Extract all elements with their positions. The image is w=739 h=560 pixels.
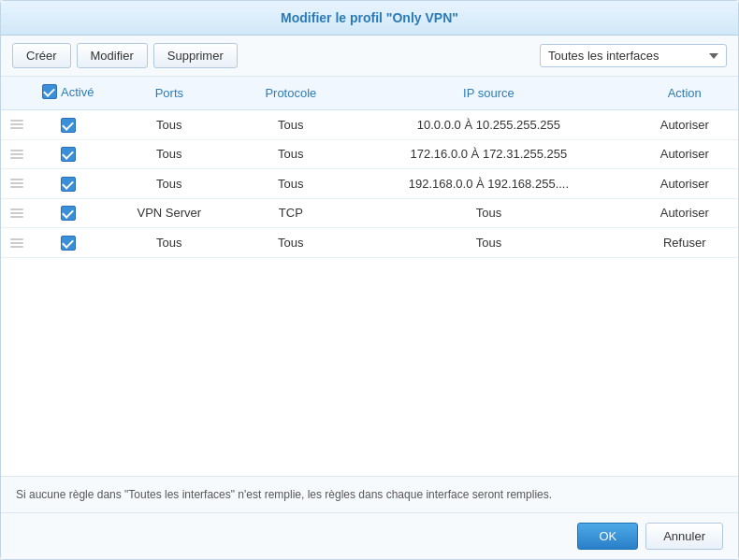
annuler-button[interactable]: Annuler — [645, 523, 723, 550]
rules-table-container: Activé Ports Protocole IP source Action … — [1, 77, 738, 476]
drag-handle[interactable] — [1, 228, 33, 258]
title-bar: Modifier le profil "Only VPN" — [1, 1, 738, 36]
protocole-col-header: Protocole — [235, 77, 346, 110]
table-body: TousTous10.0.0.0 À 10.255.255.255Autoris… — [1, 110, 738, 258]
protocole-cell: Tous — [235, 139, 346, 169]
creer-button[interactable]: Créer — [12, 43, 71, 68]
header-checkbox[interactable] — [42, 84, 57, 99]
ip-source-cell: Tous — [346, 228, 630, 258]
row-checkbox[interactable] — [61, 236, 76, 251]
interface-select-label: Toutes les interfaces — [548, 49, 659, 63]
modifier-button[interactable]: Modifier — [77, 43, 148, 68]
action-cell: Refuser — [630, 228, 738, 258]
chevron-down-icon — [709, 53, 718, 59]
table-row: TousTousTousRefuser — [1, 228, 738, 258]
supprimer-button[interactable]: Supprimer — [153, 43, 238, 68]
table-row: TousTous10.0.0.0 À 10.255.255.255Autoris… — [1, 110, 738, 140]
drag-handle[interactable] — [1, 169, 33, 199]
ip-source-cell: 192.168.0.0 À 192.168.255.... — [346, 169, 630, 199]
dialog-footer: OK Annuler — [1, 512, 738, 559]
drag-col-header — [1, 77, 33, 110]
active-cell — [33, 169, 103, 199]
ports-col-header: Ports — [103, 77, 235, 110]
footer-note: Si aucune règle dans "Toutes les interfa… — [1, 476, 738, 512]
ip-source-cell: 172.16.0.0 À 172.31.255.255 — [346, 139, 630, 169]
interface-dropdown[interactable]: Toutes les interfaces — [540, 44, 727, 67]
active-cell — [33, 139, 103, 169]
row-checkbox[interactable] — [61, 147, 76, 162]
table-row: TousTous192.168.0.0 À 192.168.255....Aut… — [1, 169, 738, 199]
table-row: TousTous172.16.0.0 À 172.31.255.255Autor… — [1, 139, 738, 169]
action-cell: Autoriser — [630, 198, 738, 228]
protocole-cell: Tous — [235, 110, 346, 140]
ip-source-cell: 10.0.0.0 À 10.255.255.255 — [346, 110, 630, 140]
ports-cell: Tous — [103, 228, 235, 258]
drag-handle[interactable] — [1, 139, 33, 169]
row-checkbox[interactable] — [61, 177, 76, 192]
ports-cell: Tous — [103, 139, 235, 169]
protocole-cell: TCP — [235, 198, 346, 228]
table-row: VPN ServerTCPTousAutoriser — [1, 198, 738, 228]
ports-cell: VPN Server — [103, 198, 235, 228]
action-cell: Autoriser — [630, 110, 738, 140]
active-cell — [33, 198, 103, 228]
action-cell: Autoriser — [630, 169, 738, 199]
ip-source-col-header: IP source — [346, 77, 630, 110]
ip-source-cell: Tous — [346, 198, 630, 228]
drag-handle[interactable] — [1, 198, 33, 228]
rules-table: Activé Ports Protocole IP source Action … — [1, 77, 738, 258]
ports-cell: Tous — [103, 110, 235, 140]
action-col-header: Action — [630, 77, 738, 110]
protocole-cell: Tous — [235, 169, 346, 199]
active-cell — [33, 228, 103, 258]
active-col-header: Activé — [33, 77, 103, 110]
active-cell — [33, 110, 103, 140]
ports-cell: Tous — [103, 169, 235, 199]
dialog: Modifier le profil "Only VPN" Créer Modi… — [0, 0, 739, 560]
row-checkbox[interactable] — [61, 206, 76, 221]
drag-handle[interactable] — [1, 110, 33, 140]
dialog-title: Modifier le profil "Only VPN" — [281, 10, 458, 25]
row-checkbox[interactable] — [61, 118, 76, 133]
ok-button[interactable]: OK — [577, 523, 638, 550]
action-cell: Autoriser — [630, 139, 738, 169]
protocole-cell: Tous — [235, 228, 346, 258]
table-header-row: Activé Ports Protocole IP source Action — [1, 77, 738, 110]
toolbar: Créer Modifier Supprimer Toutes les inte… — [1, 36, 738, 77]
